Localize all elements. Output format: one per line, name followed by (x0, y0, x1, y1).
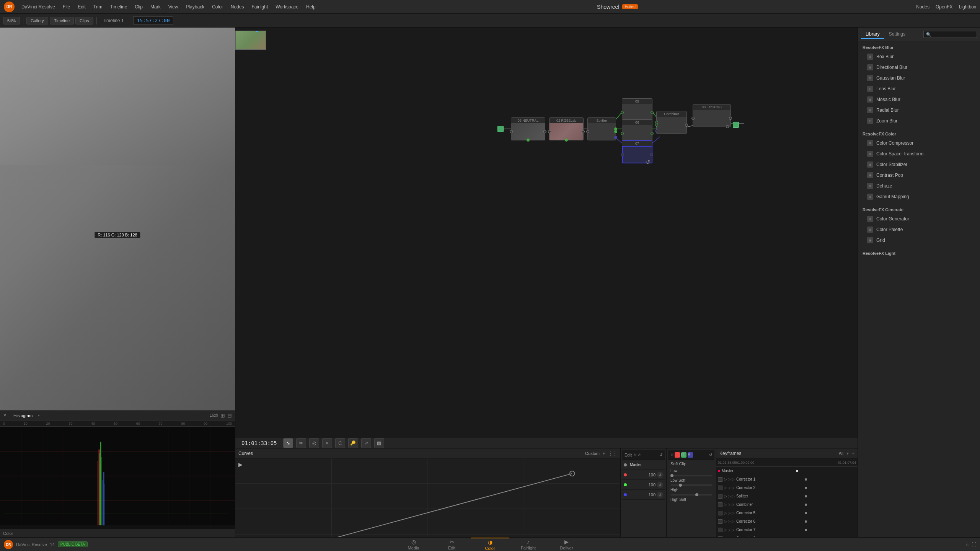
kf-corrector2-timeline[interactable] (771, 484, 856, 492)
preview-area[interactable]: R: 116 G: 120 B: 128 (0, 28, 235, 410)
bottom-tab-fairlight[interactable]: ♪ Fairlight (509, 538, 548, 551)
histogram-dropdown[interactable]: ▾ (38, 413, 40, 417)
menu-color[interactable]: Color (209, 3, 226, 11)
openfx-btn[interactable]: OpenFX (936, 4, 953, 10)
openfx-tab-library[interactable]: Library (861, 30, 884, 39)
fx-item-color-compressor[interactable]: ⊞ Color Compressor (858, 138, 980, 148)
soft-clip-blue-btn[interactable]: B (688, 452, 693, 458)
scopes-close[interactable]: ✕ (3, 413, 7, 418)
keyframes-all-dropdown[interactable]: ▾ (846, 451, 849, 456)
menu-mark[interactable]: Mark (147, 3, 164, 11)
tool-curves[interactable]: ⤡ (283, 438, 293, 448)
kf-splitter-timeline[interactable] (771, 492, 856, 500)
menu-clip[interactable]: Clip (132, 3, 146, 11)
tool-key[interactable]: 🔑 (348, 438, 358, 448)
kf-corrector5-timeline[interactable] (771, 509, 856, 517)
tool-raw[interactable]: ▤ (374, 438, 384, 448)
bottom-tab-media[interactable]: ◎ Media (395, 538, 433, 551)
node-07[interactable]: 07 ↺ (622, 140, 652, 163)
fx-item-radial-blur[interactable]: ⊟ Radial Blur (858, 105, 980, 116)
fx-item-mosaic-blur[interactable]: ⊞ Mosaic Blur (858, 94, 980, 105)
soft-clip-low-soft-slider[interactable] (670, 484, 712, 486)
fullscreen-icon[interactable]: ⛶ (972, 542, 976, 547)
keyframes-all[interactable]: All (839, 451, 843, 456)
curves-play-btn[interactable]: ▶ (238, 461, 245, 468)
soft-clip-low-slider[interactable] (670, 475, 712, 476)
menu-davinci-resolve[interactable]: DaVinci Resolve (18, 3, 58, 11)
soft-clip-red-btn[interactable] (675, 452, 680, 458)
kf-corrector7-timeline[interactable] (771, 526, 856, 534)
tool-qualifier[interactable]: ✏ (296, 438, 306, 448)
fx-item-grid[interactable]: ⊞ Grid (858, 235, 980, 246)
home-icon[interactable]: ⌂ (966, 542, 969, 547)
soft-clip-high-slider[interactable] (670, 494, 712, 496)
menu-workspace[interactable]: Workspace (272, 3, 302, 11)
openfx-tab-settings[interactable]: Settings (884, 30, 910, 39)
menu-help[interactable]: Help (303, 3, 319, 11)
menu-file[interactable]: File (60, 3, 73, 11)
fx-item-contrast-pop[interactable]: ⊞ Contrast Pop (858, 170, 980, 181)
node-07-expand[interactable]: ↺ (645, 158, 650, 166)
nodes-btn[interactable]: Nodes (916, 4, 929, 10)
menu-view[interactable]: View (165, 3, 181, 11)
fx-item-directional-blur[interactable]: ⊟ Directional Blur (858, 62, 980, 73)
node-neutral[interactable]: 09 NEUTRAL (511, 117, 545, 140)
lightbox-btn[interactable]: Lightbox (959, 4, 976, 10)
fx-item-lens-blur[interactable]: ⊟ Lens Blur (858, 83, 980, 94)
node-05[interactable]: 05 (622, 98, 652, 121)
bottom-tab-edit[interactable]: ✂ Edit (433, 538, 471, 551)
menu-trim[interactable]: Trim (90, 3, 106, 11)
menu-edit[interactable]: Edit (75, 3, 89, 11)
fx-item-color-stabilizer[interactable]: ⊞ Color Stabilizer (858, 159, 980, 170)
filmstrip-item-1[interactable] (235, 31, 266, 50)
openfx-search-input[interactable] (923, 31, 977, 38)
scopes-aspect[interactable]: 16x9 (210, 413, 218, 417)
node-06[interactable]: 06 (622, 119, 652, 142)
channel-blue-reset[interactable]: ↺ (657, 492, 663, 498)
fx-item-color-palette[interactable]: ⊞ Color Palette (858, 224, 980, 235)
tool-tracker[interactable]: ⌖ (322, 438, 332, 448)
node-splitter[interactable]: Splitter (587, 117, 616, 140)
fx-item-gamut-mapping[interactable]: ⊞ Gamut Mapping (858, 191, 980, 202)
bottom-tab-color[interactable]: ◑ Color (471, 538, 509, 551)
tool-blur[interactable]: ⬡ (335, 438, 345, 448)
kf-corrector1-timeline[interactable] (771, 475, 856, 483)
menu-playback[interactable]: Playback (183, 3, 207, 11)
edit-icon2[interactable]: ⊘ (638, 453, 641, 457)
timeline-btn[interactable]: Timeline (50, 17, 74, 24)
keyframes-add[interactable]: + (852, 451, 854, 456)
fx-item-box-blur[interactable]: ⊞ Box Blur (858, 51, 980, 62)
kf-combiner-timeline[interactable] (771, 500, 856, 509)
channel-red-reset[interactable]: ↺ (657, 472, 663, 478)
scope-tab-histogram[interactable]: Histogram (10, 412, 36, 419)
fx-item-color-generator[interactable]: ⊞ Color Generator (858, 214, 980, 224)
channel-green-reset[interactable]: ↺ (657, 482, 663, 488)
curves-dropdown[interactable]: ▾ (603, 451, 605, 456)
tool-3d[interactable]: ↗ (361, 438, 371, 448)
soft-clip-reset[interactable]: ↺ (709, 453, 712, 457)
node-lab2rgb[interactable]: 08 Lab2RGB (693, 104, 731, 127)
bottom-tab-deliver[interactable]: ▶ Deliver (548, 538, 586, 551)
scopes-view-btn2[interactable]: ⊟ (227, 412, 232, 419)
edit-icon1[interactable]: ⊕ (633, 453, 636, 457)
menu-fairlight[interactable]: Fairlight (249, 3, 271, 11)
fx-item-zoom-blur[interactable]: ⊟ Zoom Blur (858, 116, 980, 126)
node-rgb2lab[interactable]: 02 RGB2Lab (549, 117, 584, 140)
kf-master-timeline[interactable] (756, 467, 856, 475)
gallery-btn[interactable]: Gallery (26, 17, 48, 24)
fx-item-gaussian-blur[interactable]: ⊟ Gaussian Blur (858, 73, 980, 83)
kf-corrector6-timeline[interactable] (771, 517, 856, 525)
nodes-area[interactable]: 09 NEUTRAL 02 RGB2Lab Splitter (235, 28, 858, 438)
clips-btn[interactable]: Clips (75, 17, 93, 24)
curves-menu[interactable]: ⋮⋮ (608, 451, 617, 456)
scopes-view-btn1[interactable]: ⊞ (220, 412, 225, 419)
node-combiner[interactable]: Combiner (656, 111, 687, 134)
menu-timeline[interactable]: Timeline (107, 3, 130, 11)
menu-nodes[interactable]: Nodes (228, 3, 247, 11)
fx-item-color-space-transform[interactable]: ⊞ Color Space Transform (858, 148, 980, 159)
timecode-display[interactable]: 15:57:27:00 (133, 16, 173, 24)
soft-clip-icon1[interactable]: ⊕ (670, 453, 673, 457)
fx-item-dehaze[interactable]: ⊞ Dehaze (858, 181, 980, 191)
soft-clip-green-btn[interactable]: G (681, 452, 686, 458)
output-node[interactable] (733, 122, 739, 128)
